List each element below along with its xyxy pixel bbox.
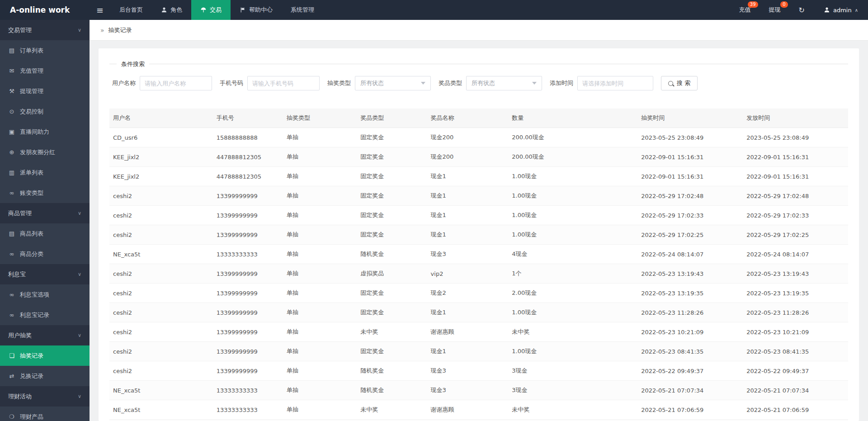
- sidebar-item[interactable]: ✉ 充值管理: [0, 61, 90, 81]
- sidebar-item-label: 商品列表: [20, 230, 43, 238]
- top-menu-item-trade[interactable]: 交易: [191, 0, 231, 20]
- prize-type-select[interactable]: 所有状态: [466, 76, 542, 90]
- username-input[interactable]: [140, 76, 212, 90]
- sidebar-item-label: 兑换记录: [20, 372, 43, 380]
- sidebar-item[interactable]: 理财活动 ∨: [0, 386, 90, 407]
- cell-lottery-type: 单抽: [283, 147, 357, 167]
- cell-lottery-time: 2022-05-29 17:02:48: [637, 186, 743, 206]
- table-row: ceshi2 13399999999 单抽 固定奖金 现金1 1.00现金 20…: [109, 303, 848, 322]
- topbar-right: 充值 39 提现 0 ↻ admin ∧: [730, 0, 868, 20]
- link-icon: ∞: [8, 291, 15, 298]
- table-row: CD_usr6 15888888888 单抽 固定奖金 现金200 200.00…: [109, 128, 848, 147]
- cell-prize-type: 固定奖金: [357, 147, 427, 167]
- sidebar-item[interactable]: ∞ 利息宝选项: [0, 284, 90, 305]
- sidebar-item[interactable]: ∞ 利息宝记录: [0, 305, 90, 325]
- cell-prize-type: 随机奖金: [357, 381, 427, 400]
- search-field-add-time: 添加时间: [550, 76, 653, 90]
- lottery-type-select[interactable]: 所有状态: [355, 76, 431, 90]
- trade-icon: [200, 7, 207, 13]
- cell-lottery-type: 单抽: [283, 128, 357, 147]
- cell-prize-type: 固定奖金: [357, 420, 427, 421]
- sidebar-item[interactable]: ▤ 商品列表: [0, 223, 90, 244]
- link-icon: ∞: [8, 312, 15, 318]
- top-menu-item-roles[interactable]: 角色: [152, 0, 191, 20]
- content-card: 条件搜索 用户名称 手机号码 抽奖类型: [99, 48, 859, 421]
- table-row: ceshi2 13399999999 单抽 随机奖金 现金3 3现金 2022-…: [109, 361, 848, 381]
- cell-prize-type: 固定奖金: [357, 303, 427, 322]
- table-head: 用户名 手机号 抽奖类型 奖品类型 奖品名称 数量: [109, 109, 848, 128]
- table-row: KEE_jixl2 447888812305 单抽 固定奖金 现金200 200…: [109, 147, 848, 167]
- sidebar-item-label: 理财活动: [8, 393, 32, 401]
- table-row: CWX_ru2u 18866886688 单抽 固定奖金 现金1 1.00现金 …: [109, 420, 848, 421]
- cell-prize-type: 未中奖: [357, 400, 427, 420]
- sidebar-item[interactable]: 商品管理 ∨: [0, 203, 90, 223]
- sidebar-item-label: 派单列表: [20, 169, 43, 177]
- menu-label: 后台首页: [119, 6, 143, 14]
- cell-phone: 13399999999: [213, 186, 283, 206]
- refresh-button[interactable]: ↻: [790, 0, 814, 20]
- cell-grant-time: 2022-09-01 15:16:31: [743, 167, 848, 186]
- sidebar-item-label: 利息宝: [8, 270, 26, 279]
- column-header: 手机号: [213, 109, 283, 128]
- sidebar-item[interactable]: ❏ 抽奖记录: [0, 345, 90, 366]
- sidebar-item[interactable]: ▤ 订单列表: [0, 40, 90, 61]
- cell-lottery-time: 2022-05-20 16:37:23: [637, 420, 743, 421]
- sidebar-item[interactable]: ∞ 账变类型: [0, 183, 90, 203]
- add-time-input[interactable]: [577, 76, 653, 90]
- withdraw-button[interactable]: 提现 0: [760, 0, 790, 20]
- cell-quantity: 1.00现金: [508, 303, 637, 322]
- sidebar-item[interactable]: ▥ 派单列表: [0, 162, 90, 183]
- phone-input[interactable]: [247, 76, 320, 90]
- cell-grant-time: 2023-05-25 23:08:49: [743, 128, 848, 147]
- cell-quantity: 1.00现金: [508, 225, 637, 245]
- withdraw-label: 提现: [769, 6, 781, 14]
- cell-lottery-time: 2022-05-23 11:28:26: [637, 303, 743, 322]
- sidebar-item[interactable]: ⊕ 发朋友圈分红: [0, 142, 90, 162]
- chevron-down-icon: ∨: [78, 271, 81, 277]
- cell-phone: 13399999999: [213, 206, 283, 225]
- cell-lottery-type: 单抽: [283, 400, 357, 420]
- hamburger-menu-icon[interactable]: ≡: [90, 0, 110, 20]
- top-menu-item-system[interactable]: 系统管理: [282, 0, 323, 20]
- cell-grant-time: 2022-05-29 17:02:33: [743, 206, 848, 225]
- top-menu-item-dashboard[interactable]: 后台首页: [110, 0, 152, 20]
- sidebar-item[interactable]: 利息宝 ∨: [0, 264, 90, 284]
- sidebar-item[interactable]: ⇄ 兑换记录: [0, 366, 90, 386]
- user-icon: [161, 7, 167, 13]
- sidebar-item-label: 发朋友圈分红: [20, 148, 55, 156]
- sidebar-item[interactable]: ❍ 理财产品: [0, 407, 90, 421]
- recharge-button[interactable]: 充值 39: [730, 0, 760, 20]
- cell-lottery-type: 单抽: [283, 245, 357, 264]
- sidebar-item[interactable]: ⚒ 提现管理: [0, 81, 90, 101]
- cell-prize-type: 随机奖金: [357, 245, 427, 264]
- search-panel: 条件搜索 用户名称 手机号码 抽奖类型: [109, 64, 848, 100]
- cell-quantity: 3现金: [508, 381, 637, 400]
- table-header-row: 用户名 手机号 抽奖类型 奖品类型 奖品名称 数量: [109, 109, 848, 128]
- cell-phone: 13333333333: [213, 381, 283, 400]
- sidebar-item[interactable]: ⊙ 交易控制: [0, 101, 90, 122]
- cell-grant-time: 2022-09-01 15:16:31: [743, 147, 848, 167]
- user-menu[interactable]: admin ∧: [814, 0, 868, 20]
- search-button[interactable]: 搜 索: [661, 76, 698, 90]
- cell-prize-name: 谢谢惠顾: [427, 400, 509, 420]
- cell-username: KEE_jixl2: [109, 147, 213, 167]
- sidebar-item-label: 抽奖记录: [20, 352, 43, 360]
- cell-prize-type: 固定奖金: [357, 206, 427, 225]
- top-menu-item-help[interactable]: 帮助中心: [231, 0, 282, 20]
- column-header: 发放时间: [743, 109, 848, 128]
- cell-prize-name: 现金200: [427, 128, 509, 147]
- sidebar-item-label: 商品管理: [8, 209, 32, 218]
- cell-grant-time: 2022-05-23 08:41:35: [743, 342, 848, 361]
- cell-phone: 13333333333: [213, 400, 283, 420]
- sidebar-item[interactable]: ∞ 商品分类: [0, 244, 90, 264]
- chevron-down-icon: ∨: [78, 27, 81, 33]
- sidebar-item[interactable]: ▣ 直播间助力: [0, 122, 90, 142]
- table-row: ceshi2 13399999999 单抽 固定奖金 现金1 1.00现金 20…: [109, 186, 848, 206]
- sidebar-item[interactable]: 交易管理 ∨: [0, 20, 90, 40]
- page-title: 抽奖记录: [108, 26, 132, 34]
- cell-prize-name: 现金1: [427, 225, 509, 245]
- column-header: 抽奖类型: [283, 109, 357, 128]
- cell-prize-name: 现金1: [427, 186, 509, 206]
- sidebar-item[interactable]: 用户抽奖 ∨: [0, 325, 90, 345]
- cell-username: NE_xca5t: [109, 245, 213, 264]
